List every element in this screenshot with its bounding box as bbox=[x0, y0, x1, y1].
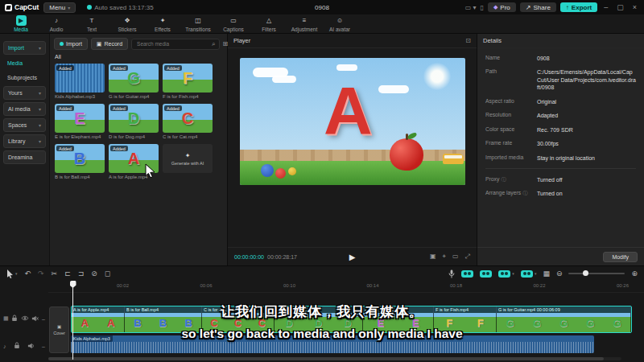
zoom-slider-knob[interactable] bbox=[583, 270, 588, 276]
waveform-icon[interactable]: ♪ bbox=[3, 343, 6, 349]
timeline-zoom-slider[interactable] bbox=[568, 273, 625, 274]
panel-layout-icon[interactable]: ▯ bbox=[481, 4, 484, 11]
media-item[interactable]: DAddedD is for Dog.mp4 bbox=[109, 104, 159, 139]
detail-value: 30.00fps bbox=[537, 140, 636, 147]
close-button[interactable]: × bbox=[630, 3, 639, 11]
export-button[interactable]: ↑ Export bbox=[560, 2, 597, 12]
collapse-track-icon[interactable]: – bbox=[42, 316, 45, 322]
media-item[interactable]: FAddedF is for Fish.mp4 bbox=[163, 64, 213, 99]
tab-ai-avatar[interactable]: ☺AI avatar bbox=[322, 15, 357, 32]
tab-filters[interactable]: △Filters bbox=[251, 15, 287, 32]
sidebar-item-spaces[interactable]: Spaces▾ bbox=[3, 118, 46, 132]
horizontal-scrollbar[interactable] bbox=[48, 357, 621, 360]
preview-axis-icon[interactable]: ▦ bbox=[543, 269, 550, 278]
audio-clip[interactable]: Kids Alphabet.mp3 bbox=[71, 335, 594, 353]
sidebar-item-library[interactable]: Library▾ bbox=[3, 134, 46, 148]
tab-captions[interactable]: ▭Captions bbox=[216, 15, 251, 32]
tab-audio[interactable]: ♪Audio bbox=[39, 15, 74, 32]
split-button[interactable]: ✂ bbox=[52, 269, 58, 278]
redo-button[interactable]: ↷ bbox=[38, 269, 44, 278]
maximize-button[interactable]: ▢ bbox=[614, 3, 626, 11]
delete-left-button[interactable]: ⊏ bbox=[64, 269, 71, 278]
media-item[interactable]: AAddedA is for Apple.mp4 bbox=[109, 144, 159, 179]
delete-right-button[interactable]: ⊐ bbox=[78, 269, 85, 278]
layout-toggle-icon[interactable]: ▭ ▾ bbox=[465, 4, 477, 11]
media-filter-all[interactable]: All bbox=[50, 52, 227, 62]
sidebar-item-media[interactable]: Media bbox=[3, 57, 46, 69]
undo-button[interactable]: ↶ bbox=[25, 269, 31, 278]
share-button[interactable]: ↗ Share bbox=[520, 2, 556, 12]
video-preview[interactable]: A bbox=[240, 58, 465, 185]
video-thumbnail: FAdded bbox=[163, 64, 213, 93]
tab-text[interactable]: TText bbox=[74, 15, 109, 32]
sidebar-item-yours[interactable]: Yours▾ bbox=[3, 86, 46, 100]
player-expand-icon[interactable]: ⊡ bbox=[465, 37, 471, 44]
video-clip[interactable]: E is for Elephant.mp4EE bbox=[363, 306, 434, 332]
added-badge: Added bbox=[110, 105, 128, 111]
clip-name: F is for Fish.mp4 bbox=[434, 306, 496, 313]
record-button[interactable]: ▣ Record bbox=[91, 38, 128, 50]
ratio-icon[interactable]: ▭ bbox=[452, 253, 459, 261]
audio-icon: ♪ bbox=[52, 15, 62, 26]
select-tool-button[interactable]: ▾ bbox=[6, 269, 18, 278]
tab-stickers[interactable]: ❖Stickers bbox=[109, 15, 145, 32]
link-preview-toggle[interactable] bbox=[480, 270, 492, 278]
zoom-out-button[interactable]: ⊖ bbox=[556, 269, 563, 278]
sidebar-item-subprojects[interactable]: Subprojects bbox=[3, 72, 46, 84]
tab-effects[interactable]: ✦Effects bbox=[145, 15, 180, 32]
playhead[interactable] bbox=[72, 281, 73, 360]
voiceover-mic-button[interactable] bbox=[448, 269, 455, 278]
auto-ripple-toggle[interactable]: ▾ bbox=[498, 270, 514, 278]
timeline-ruler[interactable]: 00:0200:0600:1000:1400:1800:2200:26 bbox=[48, 281, 644, 293]
fullscreen-icon[interactable]: ⤢ bbox=[465, 253, 470, 261]
modify-button[interactable]: Modify bbox=[603, 252, 638, 262]
media-item[interactable]: BAddedB is for Ball.mp4 bbox=[55, 144, 105, 179]
detail-label: Resolution bbox=[485, 112, 537, 119]
menu-button[interactable]: Menu ▾ bbox=[43, 2, 76, 13]
video-clip[interactable]: A is for Apple.mp4AA bbox=[72, 306, 125, 332]
snapshot-icon[interactable]: ▣ bbox=[430, 253, 436, 261]
pro-button[interactable]: ◆ Pro bbox=[488, 2, 516, 12]
freeze-frame-button[interactable]: ◻ bbox=[105, 269, 110, 278]
import-button[interactable]: Import bbox=[54, 38, 88, 50]
tab-adjustment[interactable]: ≡Adjustment bbox=[287, 15, 322, 32]
lock-icon[interactable] bbox=[11, 315, 18, 323]
minimize-button[interactable]: – bbox=[601, 3, 610, 11]
search-box[interactable]: ⌕ bbox=[131, 39, 219, 50]
video-clip[interactable]: C is for Cat.mp4CCC bbox=[202, 306, 275, 332]
search-input[interactable] bbox=[135, 40, 209, 47]
generate-with-ai-button[interactable]: ✦Generate with AI bbox=[163, 144, 213, 173]
collapse-track-icon[interactable]: – bbox=[42, 343, 45, 349]
media-item[interactable]: AddedKids Alphabet.mp3 bbox=[55, 64, 105, 99]
video-clip[interactable]: B is for Ball.mp4BBB bbox=[125, 306, 202, 332]
speaker-icon[interactable] bbox=[27, 343, 35, 350]
track-thumb-icon[interactable]: ▦ bbox=[3, 315, 9, 322]
sidebar-item-dreamina[interactable]: Dreamina bbox=[3, 150, 46, 164]
preview-quality-icon[interactable]: ⌖ bbox=[443, 253, 447, 261]
delete-button[interactable]: ⊘ bbox=[91, 269, 97, 278]
track-mode-toggle[interactable]: ▾ bbox=[521, 270, 537, 278]
sidebar-item-import[interactable]: Import▾ bbox=[3, 41, 46, 55]
tab-media[interactable]: ▶Media bbox=[3, 15, 39, 32]
scrollbar-thumb[interactable] bbox=[48, 357, 604, 360]
detail-label: Frame rate bbox=[485, 140, 537, 147]
video-clip[interactable]: G is for Guitar.mp4 00:00:06:09GGGGG bbox=[497, 306, 631, 332]
media-item[interactable]: GAddedG is for Guitar.mp4 bbox=[109, 64, 159, 99]
sidebar-item-ai-media[interactable]: AI media▾ bbox=[3, 102, 46, 116]
tab-transitions[interactable]: ◫Transitions bbox=[180, 15, 216, 32]
hide-track-icon[interactable] bbox=[21, 315, 29, 322]
media-item[interactable]: EAddedE is for Elephant.mp4 bbox=[55, 104, 105, 139]
details-panel: Details Name0908PathC:/Users/Emensis/App… bbox=[477, 34, 644, 265]
detail-row: Aspect ratioOriginal bbox=[485, 98, 636, 105]
zoom-in-button[interactable]: ⊕ bbox=[631, 269, 638, 278]
media-item-name: A is for Apple.mp4 bbox=[109, 175, 159, 179]
cover-button[interactable]: ▣ Cover bbox=[49, 306, 69, 353]
media-item-name: B is for Ball.mp4 bbox=[55, 175, 105, 179]
lock-icon[interactable] bbox=[14, 342, 20, 350]
video-clip[interactable]: F is for Fish.mp4FF bbox=[434, 306, 497, 332]
video-clip[interactable]: D is for Dog.mp4DDD bbox=[275, 306, 363, 332]
mute-track-icon[interactable] bbox=[31, 315, 39, 323]
media-item[interactable]: CAddedC is for Cat.mp4 bbox=[163, 104, 213, 139]
chevron-down-icon: ▾ bbox=[535, 271, 537, 276]
snap-toggle[interactable] bbox=[461, 270, 473, 278]
